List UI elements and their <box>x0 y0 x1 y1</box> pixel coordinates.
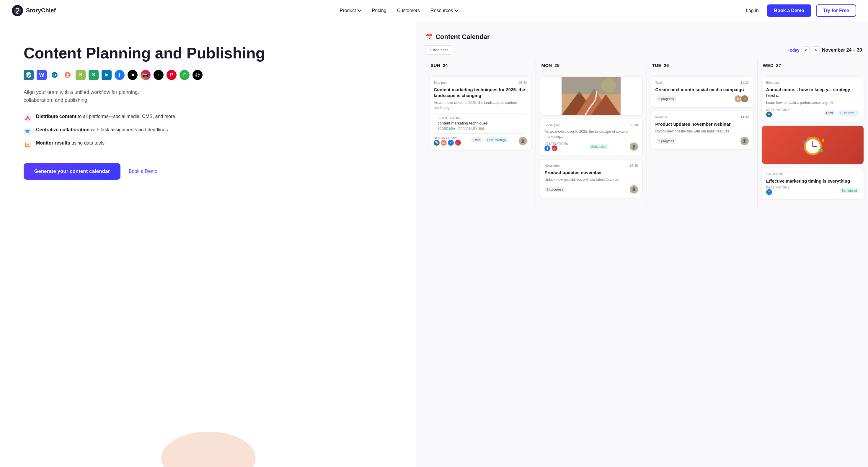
dest-facebook: f <box>766 189 772 195</box>
seo-section: SEO KEYWORD content marketing techniques… <box>434 113 527 134</box>
try-free-button[interactable]: Try for Free <box>816 4 856 17</box>
dest-instagram: ◎ <box>455 140 461 146</box>
card-desc: Unlock new possibilities with our latest… <box>545 177 638 182</box>
col-header-sun: Sun 24 <box>429 60 531 72</box>
card-image-mon[interactable] <box>540 76 642 115</box>
webflow-icon: W <box>37 70 46 80</box>
svg-point-27 <box>812 145 814 147</box>
wordpress-icon <box>24 70 34 80</box>
card-title: Product updates november webinar <box>655 121 749 127</box>
next-week-button[interactable]: > <box>812 46 819 54</box>
card-footer: DESTINATIONS f ◎ Scheduled 👤 <box>545 142 638 151</box>
chevron-down-icon <box>454 8 459 13</box>
cms-icon: S <box>89 70 99 80</box>
card-footer: DESTINATIONS W Draft EOY strat... <box>766 108 860 118</box>
dest-instagram: ◎ <box>552 145 557 151</box>
tag-scheduled: Scheduled <box>839 188 860 193</box>
svg-rect-14 <box>26 132 29 133</box>
svg-point-32 <box>801 148 804 151</box>
card-newsletter-mon[interactable]: Newsletter 17:30 Product updates novembe… <box>540 159 642 198</box>
calendar-icon: 📅 <box>425 33 433 40</box>
card-social-mon[interactable]: Social post 09:30 As we move closer to 2… <box>540 119 642 156</box>
add-filter-button[interactable]: + Add filter <box>425 45 452 55</box>
hero-right: 📅 Content Calendar + Add filter Today < … <box>416 21 868 467</box>
nav-resources[interactable]: Resources <box>430 8 458 13</box>
card-social-wed[interactable]: Social post Effective marketing timing i… <box>762 168 864 200</box>
svg-rect-13 <box>26 131 29 132</box>
hero-left: Content Planning and Publishing W D S <box>0 21 416 467</box>
nav-product[interactable]: Product <box>340 8 361 13</box>
card-type: Task <box>655 81 662 85</box>
svg-point-28 <box>807 137 810 140</box>
hero-title: Content Planning and Publishing <box>24 45 399 62</box>
twitter-icon: ✕ <box>128 70 137 80</box>
tag-eoy: EOY strat... <box>838 110 860 115</box>
card-time: 11:30 <box>740 81 749 85</box>
card-desc: As we move closer to 2025, the landscape… <box>545 129 638 139</box>
feature-monitor: Monitor results using data tools <box>24 140 399 149</box>
date-range: November 24 – 30 <box>822 47 862 53</box>
logo[interactable]: StoryChief <box>12 5 56 16</box>
card-blog-sun[interactable]: Blog post 08:30 Content marketing techni… <box>429 76 531 150</box>
svg-point-33 <box>822 139 824 142</box>
calendar-title: Content Calendar <box>435 33 490 41</box>
card-image-wed[interactable] <box>762 125 864 164</box>
card-time: 17:30 <box>630 164 638 167</box>
drupal-icon: D <box>50 70 60 80</box>
dest-facebook: f <box>448 140 454 146</box>
hero-section: Content Planning and Publishing W D S <box>0 21 868 467</box>
calendar-column-mon: Mon 25 <box>536 60 647 209</box>
seo-readability-label: READABILITY 40% <box>459 127 485 130</box>
distribute-icon <box>24 114 32 123</box>
card-title: Effective marketing timing is everything <box>766 178 860 184</box>
dest-hubspot: HS <box>441 140 447 146</box>
card-task-tue[interactable]: Task 11:30 Create next month social medi… <box>651 76 753 107</box>
shopify-icon: S <box>75 70 86 80</box>
svg-point-2 <box>17 13 18 14</box>
today-button[interactable]: Today <box>788 48 800 53</box>
svg-point-9 <box>25 119 27 120</box>
card-blog-wed[interactable]: Blog post Annual conte... how to keep y.… <box>762 76 864 122</box>
svg-point-8 <box>27 116 29 118</box>
dest-icons: f ◎ <box>545 145 568 151</box>
card-time: 09:30 <box>630 123 638 127</box>
logo-text: StoryChief <box>26 7 56 14</box>
tag-in-progress: In progress <box>655 138 676 144</box>
card-webinar-tue[interactable]: Webinar 14:30 Product updates november w… <box>651 111 753 149</box>
alarm-clock-image <box>798 130 828 160</box>
card-tags: Draft EOY strategy <box>471 137 509 142</box>
card-title: Annual conte... how to keep y... strateg… <box>766 87 860 98</box>
tag-draft: Draft <box>471 137 483 142</box>
book-demo-button[interactable]: Book a Demo <box>767 4 811 17</box>
card-footer: In progress 👤 <box>545 185 638 194</box>
decorative-blob <box>161 432 256 467</box>
navbar: StoryChief Product Pricing Customers Res… <box>0 0 868 21</box>
seo-metrics: SCORE 90% READABILITY 40% <box>438 127 523 130</box>
col-header-tue: Tue 26 <box>651 60 753 72</box>
nav-customers[interactable]: Customers <box>397 8 420 13</box>
tiktok-icon: ♪ <box>154 70 163 80</box>
card-type: Social post <box>766 172 782 176</box>
generate-calendar-button[interactable]: Generate your content calendar <box>24 163 120 180</box>
nav-pricing[interactable]: Pricing <box>372 8 386 13</box>
book-demo-link[interactable]: Book a Demo <box>129 169 157 174</box>
card-title: Create next month social media campaign <box>655 87 749 93</box>
instagram-icon: 📷 <box>141 70 151 80</box>
tag-eoy: EOY strategy <box>485 137 509 142</box>
mountain-image <box>540 77 642 115</box>
seo-keyword: content marketing techniques <box>438 121 523 125</box>
dest-wordpress: W <box>434 140 440 146</box>
calendar-column-tue: Tue 26 Task 11:30 Create next month soci… <box>647 60 757 209</box>
login-button[interactable]: Log in <box>742 6 762 15</box>
svg-text:D: D <box>54 73 56 77</box>
calendar-column-sun: Sun 24 Blog post 08:30 Content marketing… <box>425 60 536 209</box>
pinterest-icon: P <box>166 70 177 80</box>
card-title: Content marketing techniques for 2025: t… <box>434 87 527 98</box>
facebook-icon: f <box>115 70 125 80</box>
prev-week-button[interactable]: < <box>802 46 810 54</box>
avatar: 👤 <box>630 185 638 194</box>
tag-scheduled: Scheduled <box>589 144 609 149</box>
hero-description: Align your team with a unified workflow … <box>24 88 165 104</box>
card-desc: As we move closer to 2025, the landscape… <box>434 100 527 110</box>
card-type: Blog post <box>434 81 447 85</box>
